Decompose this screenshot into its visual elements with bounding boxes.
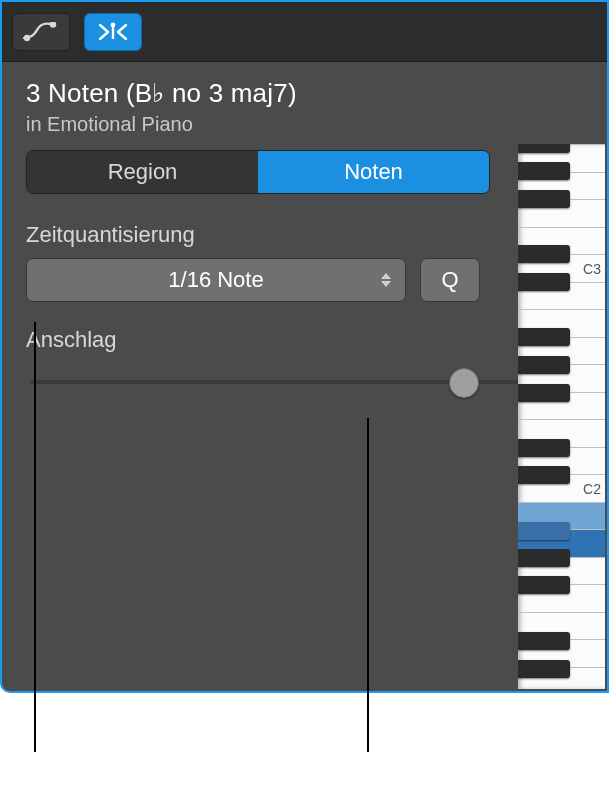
piano-keyboard[interactable]: C3 C2 <box>518 144 605 689</box>
tab-region[interactable]: Region <box>27 151 258 193</box>
slider-thumb[interactable] <box>449 368 479 398</box>
inspector-tabs: Region Noten <box>26 150 490 194</box>
svg-point-0 <box>24 34 30 40</box>
editor-panel: 3 Noten (B♭ no 3 maj7) in Emotional Pian… <box>0 0 609 693</box>
velocity-slider[interactable] <box>2 362 607 402</box>
slider-track <box>30 380 579 384</box>
quantize-row: 1/16 Note Q <box>2 258 607 302</box>
quantize-value-text: 1/16 Note <box>168 267 263 293</box>
header: 3 Noten (B♭ no 3 maj7) in Emotional Pian… <box>2 62 607 150</box>
svg-point-2 <box>111 22 116 27</box>
automation-curves-button[interactable] <box>12 13 70 51</box>
merge-regions-button[interactable] <box>84 13 142 51</box>
velocity-label: Anschlag <box>26 327 117 353</box>
popup-chevrons-icon <box>381 259 391 301</box>
keyboard-label-c2: C2 <box>583 481 601 497</box>
tab-notes[interactable]: Noten <box>258 151 489 193</box>
callout-line-quantize <box>34 322 36 752</box>
callout-line-velocity <box>367 418 369 752</box>
merge-regions-icon <box>93 21 133 43</box>
quantize-value-popup[interactable]: 1/16 Note <box>26 258 406 302</box>
quantize-apply-button[interactable]: Q <box>420 258 480 302</box>
velocity-row: Anschlag 101 <box>2 302 607 362</box>
region-subtitle: in Emotional Piano <box>26 113 583 136</box>
svg-rect-3 <box>112 27 114 39</box>
svg-point-1 <box>50 22 56 28</box>
automation-curves-icon <box>23 22 59 42</box>
toolbar <box>2 2 607 62</box>
quantize-label: Zeitquantisierung <box>2 194 607 258</box>
selection-title: 3 Noten (B♭ no 3 maj7) <box>26 78 583 109</box>
keyboard-label-c3: C3 <box>583 261 601 277</box>
